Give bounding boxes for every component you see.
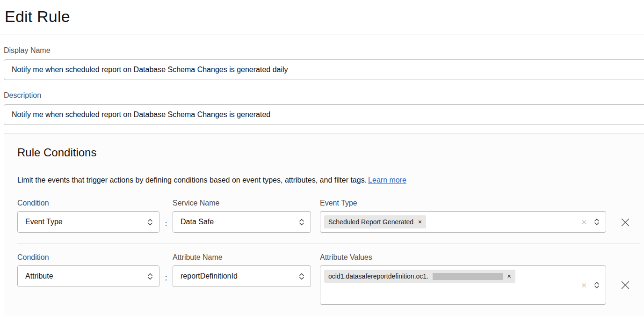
redacted-text xyxy=(433,273,503,280)
description-input[interactable] xyxy=(4,104,644,125)
remove-condition-button[interactable] xyxy=(618,279,632,293)
selected-event-type-tag: Scheduled Report Generated ✕ xyxy=(324,215,426,228)
attribute-name-column: Attribute Name reportDefinitionId xyxy=(173,253,311,305)
condition-select[interactable]: Event Type xyxy=(17,211,159,233)
attribute-values-column: Attribute Values ocid1.datasafereportdef… xyxy=(320,253,606,305)
service-name-label: Service Name xyxy=(173,198,311,207)
multiselect-controls: ✕ xyxy=(581,281,600,289)
edit-rule-page: Edit Rule Display Name Description Rule … xyxy=(0,7,644,316)
event-type-label: Event Type xyxy=(320,198,606,207)
rule-conditions-title: Rule Conditions xyxy=(17,146,644,159)
clear-selection-icon[interactable]: ✕ xyxy=(581,282,587,289)
chevron-up-down-icon xyxy=(594,281,600,289)
condition-column: Condition Attribute xyxy=(17,253,159,305)
tag-remove-icon[interactable]: ✕ xyxy=(418,220,422,225)
condition-select-value: Event Type xyxy=(25,218,63,226)
remove-condition-button[interactable] xyxy=(618,217,632,230)
rule-conditions-help-text: Limit the events that trigger actions by… xyxy=(17,176,367,184)
condition-select[interactable]: Attribute xyxy=(17,265,159,287)
colon-separator: : xyxy=(159,253,173,305)
condition-rows-divider xyxy=(17,243,640,243)
clear-selection-icon[interactable]: ✕ xyxy=(581,219,587,226)
condition-row: Condition Attribute : Attribute Name rep… xyxy=(17,253,644,305)
condition-column: Condition Event Type xyxy=(17,198,159,233)
attribute-name-select-value: reportDefinitionId xyxy=(181,272,238,280)
rule-conditions-help: Limit the events that trigger actions by… xyxy=(17,176,644,184)
description-label: Description xyxy=(4,91,644,100)
display-name-label: Display Name xyxy=(4,46,644,55)
event-type-multiselect[interactable]: Scheduled Report Generated ✕ ✕ xyxy=(320,211,606,233)
chevron-up-down-icon xyxy=(147,272,153,280)
attribute-name-select[interactable]: reportDefinitionId xyxy=(173,265,311,287)
close-icon xyxy=(620,279,631,291)
multiselect-controls: ✕ xyxy=(581,218,600,226)
tag-text: ocid1.datasafereportdefinition.oc1. xyxy=(328,272,428,280)
attribute-values-multiselect[interactable]: ocid1.datasafereportdefinition.oc1. ✕ ✕ xyxy=(320,265,606,305)
chevron-up-down-icon xyxy=(299,218,304,226)
learn-more-link[interactable]: Learn more xyxy=(368,176,406,184)
condition-select-value: Attribute xyxy=(25,272,53,280)
description-field: Description xyxy=(4,91,644,125)
rule-conditions-panel: Rule Conditions Limit the events that tr… xyxy=(4,133,644,316)
service-name-select[interactable]: Data Safe xyxy=(173,211,311,233)
event-type-column: Event Type Scheduled Report Generated ✕ … xyxy=(320,198,606,233)
condition-row: Condition Event Type : Service Name Data… xyxy=(17,198,644,233)
display-name-field: Display Name xyxy=(4,46,644,80)
attribute-name-label: Attribute Name xyxy=(173,253,311,262)
condition-label: Condition xyxy=(17,253,159,262)
colon-separator: : xyxy=(159,198,173,233)
service-name-column: Service Name Data Safe xyxy=(173,198,311,233)
attribute-values-label: Attribute Values xyxy=(320,253,606,262)
chevron-up-down-icon xyxy=(594,218,600,226)
chevron-up-down-icon xyxy=(147,218,153,226)
header-divider xyxy=(0,35,644,35)
chevron-up-down-icon xyxy=(299,272,304,280)
page-title: Edit Rule xyxy=(5,7,644,26)
tag-remove-icon[interactable]: ✕ xyxy=(507,274,511,279)
condition-label: Condition xyxy=(17,198,159,207)
service-name-select-value: Data Safe xyxy=(181,218,214,226)
tag-text: Scheduled Report Generated xyxy=(328,218,413,226)
close-icon xyxy=(620,217,631,228)
display-name-input[interactable] xyxy=(4,59,644,80)
selected-attribute-value-tag: ocid1.datasafereportdefinition.oc1. ✕ xyxy=(324,270,515,283)
